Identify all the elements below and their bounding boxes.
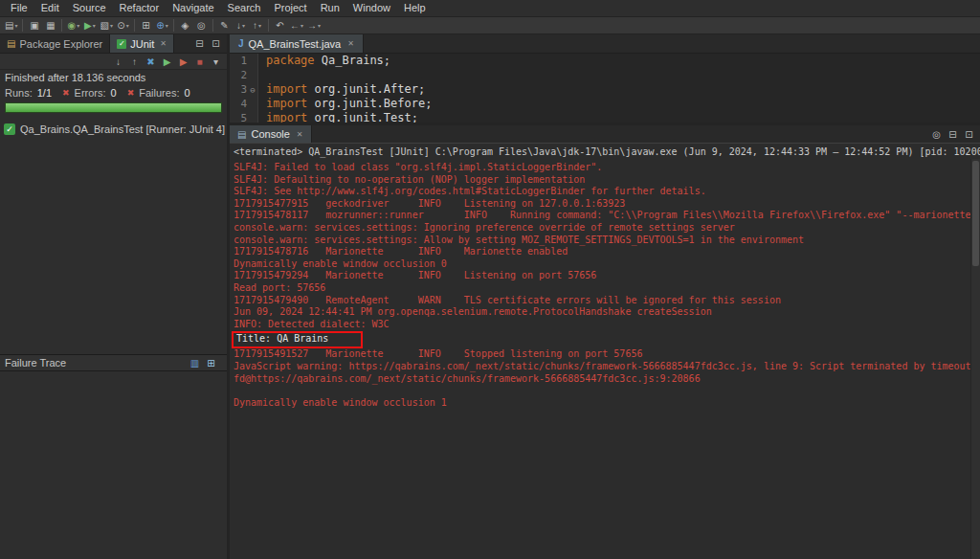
minimize-view-icon[interactable]: ⊟ bbox=[946, 127, 960, 141]
open-type-button[interactable]: ◈ bbox=[177, 18, 193, 34]
test-history-icon[interactable]: ▾ bbox=[209, 55, 223, 68]
close-icon[interactable]: ✕ bbox=[347, 39, 354, 48]
mark-occurrences-button[interactable]: ✎ bbox=[216, 18, 233, 34]
mark-occurrences-icon: ✎ bbox=[220, 20, 228, 31]
maximize-view-icon[interactable]: ⊡ bbox=[209, 37, 223, 51]
menu-source[interactable]: Source bbox=[66, 0, 113, 16]
console-line: 1717915491527 Marionette INFO Stopped li… bbox=[234, 348, 970, 361]
forward-button[interactable]: →▾ bbox=[305, 18, 323, 34]
console-tabbar-spacer bbox=[312, 125, 929, 143]
tab-qa-brainstest-java[interactable]: J QA_BrainsTest.java ✕ bbox=[230, 34, 364, 53]
new-wizard-button[interactable]: ▤▾ bbox=[3, 18, 19, 34]
stop-test-icon[interactable]: ■ bbox=[192, 55, 207, 68]
save-all-icon: ▦ bbox=[46, 20, 55, 31]
console-line: 1717915478716 Marionette INFO Marionette… bbox=[234, 246, 970, 258]
menu-project[interactable]: Project bbox=[267, 0, 313, 16]
editor-gutter: 1 2 3⊖4 5 bbox=[230, 54, 258, 123]
minimize-view-icon[interactable]: ⊟ bbox=[192, 37, 207, 51]
junit-progress-wrap bbox=[0, 101, 227, 116]
compare-result-icon[interactable]: ⊞ bbox=[204, 356, 218, 369]
coverage-button[interactable]: ▧▾ bbox=[98, 18, 114, 34]
coverage-icon: ▧ bbox=[100, 20, 108, 31]
code-editor[interactable]: 1 2 3⊖4 5 package Qa_Brains; import org.… bbox=[230, 54, 980, 123]
back-icon: ← bbox=[290, 20, 300, 31]
menu-search[interactable]: Search bbox=[221, 0, 268, 16]
rerun-test-icon[interactable]: ▶ bbox=[160, 55, 174, 68]
back-button[interactable]: ←▾ bbox=[288, 18, 305, 34]
debug-button[interactable]: ◉▾ bbox=[65, 18, 81, 34]
failures-only-icon[interactable]: ✖ bbox=[144, 55, 158, 68]
toolbar-separator bbox=[268, 19, 269, 32]
console-scrollbar[interactable] bbox=[970, 159, 980, 559]
console-line: Dynamically enable window occlusion 0 bbox=[234, 258, 970, 271]
tab-console[interactable]: ▤ Console ✕ bbox=[230, 125, 312, 143]
close-icon[interactable]: ✕ bbox=[160, 39, 167, 48]
filter-stack-traces-icon[interactable]: ▥ bbox=[188, 356, 202, 369]
console-tab-icons: ◎⊟⊡ bbox=[929, 125, 980, 143]
menu-navigate[interactable]: Navigate bbox=[166, 0, 220, 16]
failure-trace-icons: ▥⊞ bbox=[188, 356, 222, 369]
save-button[interactable]: ▣ bbox=[26, 18, 42, 34]
chevron-down-icon: ▾ bbox=[318, 22, 321, 29]
console-line: 1717915478117 mozrunner::runner INFO Run… bbox=[234, 210, 970, 222]
chevron-down-icon: ▾ bbox=[14, 22, 17, 29]
next-annotation-button[interactable]: ↓▾ bbox=[233, 18, 249, 34]
console-line: Title: QA Brains bbox=[234, 330, 970, 348]
toolbar-separator bbox=[212, 19, 213, 32]
next-failure-icon[interactable]: ↓ bbox=[111, 55, 125, 68]
console-line: console.warn: services.settings: Allow b… bbox=[234, 235, 970, 247]
tab-package-explorer[interactable]: ▤ Package Explorer bbox=[0, 34, 110, 53]
menubar: FileEditSourceRefactorNavigateSearchProj… bbox=[0, 0, 980, 17]
code-line: import org.junit.Test; bbox=[266, 111, 980, 123]
code-line bbox=[266, 68, 980, 82]
menu-edit[interactable]: Edit bbox=[34, 0, 66, 16]
menu-window[interactable]: Window bbox=[346, 0, 397, 16]
code-line: import org.junit.Before; bbox=[266, 97, 980, 111]
chevron-down-icon: ▾ bbox=[242, 22, 245, 29]
test-tree-item[interactable]: ✓ Qa_Brains.QA_BrainsTest [Runner: JUnit… bbox=[0, 123, 227, 136]
external-tools-icon: ⊙ bbox=[117, 20, 124, 31]
maximize-view-icon[interactable]: ⊡ bbox=[962, 127, 976, 141]
toolbar-separator bbox=[173, 19, 174, 32]
chevron-down-icon: ▾ bbox=[166, 22, 168, 29]
console-terminated-header: <terminated> QA_BrainsTest [JUnit] C:\Pr… bbox=[230, 144, 980, 159]
menu-run[interactable]: Run bbox=[314, 0, 346, 16]
chevron-down-icon: ▾ bbox=[126, 22, 129, 29]
gutter-line: 1 bbox=[230, 54, 257, 68]
previous-failure-icon[interactable]: ↑ bbox=[127, 55, 142, 68]
highlight-annotation: Title: QA Brains bbox=[232, 331, 363, 348]
main-toolbar: ▤▾▣▦◉▾▶▾▧▾⊙▾⊞⊕▾◈◎✎↓▾↑▾↶←▾→▾ bbox=[0, 17, 980, 34]
new-java-project-button[interactable]: ⊞ bbox=[138, 18, 154, 34]
tab-junit[interactable]: ✓ JUnit ✕ bbox=[110, 34, 174, 53]
new-java-project-icon: ⊞ bbox=[142, 20, 149, 31]
menu-file[interactable]: File bbox=[4, 0, 34, 16]
new-java-class-icon: ⊕ bbox=[156, 20, 164, 31]
pin-console-icon[interactable]: ◎ bbox=[929, 127, 944, 141]
junit-view-toolbar: ↓↑✖▶▶■▾ bbox=[0, 54, 227, 70]
console-scrollbar-thumb[interactable] bbox=[972, 161, 979, 266]
failures-value: 0 bbox=[184, 87, 189, 99]
console-panel: ▤ Console ✕ ◎⊟⊡ <terminated> QA_BrainsTe… bbox=[230, 123, 980, 559]
toolbar-separator bbox=[22, 19, 23, 32]
run-button[interactable]: ▶▾ bbox=[81, 18, 98, 34]
menu-refactor[interactable]: Refactor bbox=[113, 0, 167, 16]
close-icon[interactable]: ✕ bbox=[297, 130, 303, 139]
gutter-line: 2 bbox=[230, 68, 257, 82]
last-edit-location-button[interactable]: ↶ bbox=[272, 18, 288, 34]
workbench: ▤ Package Explorer ✓ JUnit ✕ ⊟⊡ ↓↑✖▶▶■▾ … bbox=[0, 34, 980, 559]
toolbar-separator bbox=[134, 19, 135, 32]
new-java-class-button[interactable]: ⊕▾ bbox=[154, 18, 170, 34]
previous-annotation-button[interactable]: ↑▾ bbox=[249, 18, 265, 34]
forward-icon: → bbox=[307, 20, 317, 31]
search-button[interactable]: ◎ bbox=[193, 18, 210, 34]
editor-code[interactable]: package Qa_Brains; import org.junit.Afte… bbox=[258, 54, 980, 123]
console-line: console.warn: services.settings: Ignorin… bbox=[234, 222, 970, 235]
save-all-button[interactable]: ▦ bbox=[42, 18, 58, 34]
tabbar-spacer bbox=[174, 34, 192, 53]
menu-help[interactable]: Help bbox=[397, 0, 433, 16]
chevron-down-icon: ▾ bbox=[301, 22, 303, 29]
fold-marker-icon[interactable]: ⊖ bbox=[248, 85, 257, 95]
rerun-failed-first-icon[interactable]: ▶ bbox=[176, 55, 190, 68]
junit-counters: Runs: 1/1 ✖ Errors: 0 ✖ Failures: 0 bbox=[0, 84, 227, 101]
external-tools-button[interactable]: ⊙▾ bbox=[115, 18, 131, 34]
